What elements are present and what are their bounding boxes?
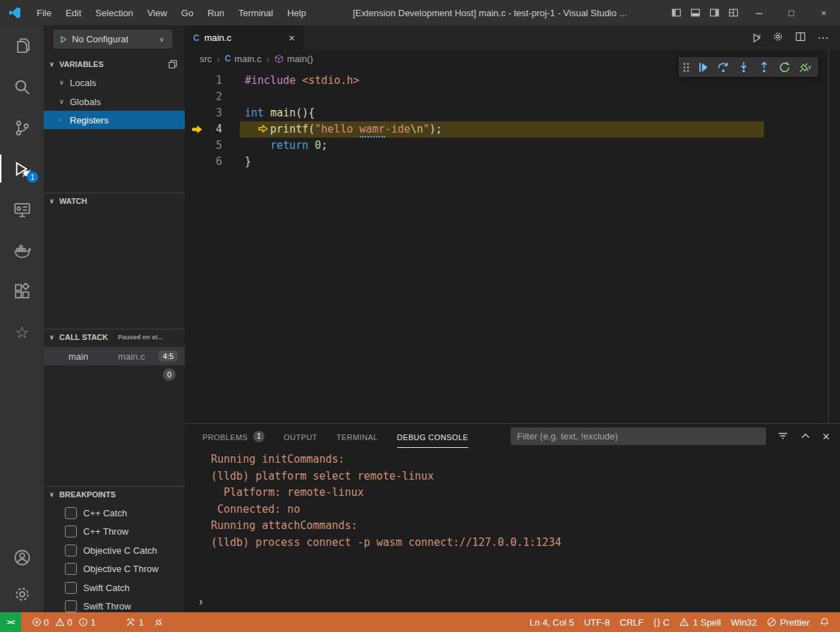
files-icon [13, 37, 31, 55]
toggle-panel-icon[interactable] [686, 0, 705, 25]
variables-scope-locals[interactable]: ∨ Locals [44, 73, 185, 92]
checkbox-unchecked[interactable] [65, 545, 77, 557]
more-actions-button[interactable]: ⋯ [817, 31, 829, 44]
breakpoint-row[interactable]: C++ Throw [44, 522, 185, 540]
toggle-secondary-sidebar-icon[interactable] [705, 0, 724, 25]
breakpoint-row[interactable]: Objective C Throw [44, 559, 185, 578]
toolchain-status[interactable]: 1 [121, 612, 149, 632]
restart-button[interactable] [775, 59, 794, 75]
activity-extensions[interactable] [0, 271, 44, 312]
breakpoint-row[interactable]: Swift Catch [44, 578, 185, 597]
code-area[interactable]: 1 #include <stdio.h> 2 3 int main(){ 4 p… [185, 67, 840, 423]
console-input-prompt[interactable]: › [199, 595, 203, 609]
editor-settings-button[interactable] [772, 31, 784, 45]
toggle-sidebar-icon[interactable] [666, 0, 686, 25]
debug-target-status[interactable] [149, 612, 169, 632]
menu-help[interactable]: Help [280, 0, 313, 25]
breadcrumb-symbol[interactable]: main() [274, 54, 313, 64]
activity-settings[interactable] [0, 576, 44, 612]
menu-edit[interactable]: Edit [59, 0, 88, 25]
variables-section-title: VARIABLES [59, 60, 104, 68]
checkbox-unchecked[interactable] [65, 563, 77, 575]
customize-layout-icon[interactable] [724, 0, 743, 25]
activity-star[interactable]: ☆ [0, 312, 44, 353]
disconnect-button[interactable]: ∨ [796, 59, 815, 75]
maximize-button[interactable]: □ [775, 0, 808, 25]
breadcrumb-folder[interactable]: src [200, 54, 212, 64]
debug-config-label: No Configurat [72, 34, 155, 44]
run-or-debug-button[interactable]: ∨ [751, 32, 761, 44]
checkbox-unchecked[interactable] [65, 507, 77, 519]
activity-run-debug[interactable]: 1 [0, 148, 44, 189]
tab-close-icon[interactable]: × [288, 32, 295, 44]
debug-config-dropdown[interactable]: No Configurat ∨ [54, 30, 172, 49]
platform-status[interactable]: Win32 [726, 617, 762, 628]
close-panel-icon[interactable]: × [822, 430, 830, 443]
stack-frame-row[interactable]: main main.c 4:5 [44, 347, 185, 365]
menu-go[interactable]: Go [174, 0, 200, 25]
eol-indicator[interactable]: CRLF [615, 617, 649, 628]
activity-remote-explorer[interactable] [0, 189, 44, 230]
tab-output[interactable]: OUTPUT [284, 424, 317, 449]
activity-source-control[interactable] [0, 107, 44, 148]
filter-lines-icon[interactable] [777, 430, 789, 443]
tab-debug-console[interactable]: DEBUG CONSOLE [397, 424, 468, 449]
activity-search[interactable] [0, 66, 44, 107]
language-mode[interactable]: { } C [649, 617, 675, 628]
maximize-panel-icon[interactable] [800, 430, 811, 443]
tab-problems[interactable]: PROBLEMS 1 [202, 424, 264, 449]
console-filter-input[interactable] [511, 427, 766, 445]
minimize-button[interactable]: ─ [743, 0, 775, 25]
call-stack-section-header[interactable]: ∨ CALL STACK Paused on st... [44, 329, 185, 345]
editor-scrollbar[interactable] [828, 50, 829, 423]
breakpoint-row[interactable]: C++ Catch [44, 504, 185, 522]
formatter-status[interactable]: Prettier [762, 617, 815, 628]
debug-console-output[interactable]: Running initCommands: (lldb) platform se… [185, 451, 840, 595]
checkbox-unchecked[interactable] [65, 525, 77, 537]
tab-terminal[interactable]: TERMINAL [336, 424, 378, 449]
error-count: 0 [44, 617, 49, 628]
variables-scope-registers[interactable]: › Registers [44, 111, 185, 129]
step-out-button[interactable] [755, 59, 774, 75]
continue-button[interactable] [693, 59, 712, 75]
gutter[interactable]: 1 [185, 73, 245, 89]
gutter[interactable]: 2 [185, 89, 245, 105]
watch-section-header[interactable]: ∨ WATCH [44, 193, 185, 209]
breakpoint-label: C++ Throw [83, 526, 128, 537]
menu-terminal[interactable]: Terminal [231, 0, 280, 25]
cursor-position[interactable]: Ln 4, Col 5 [525, 617, 579, 628]
breakpoint-label: Swift Throw [83, 601, 131, 612]
inline-breakpoint-icon[interactable] [258, 124, 268, 133]
variables-section-header[interactable]: ∨ VARIABLES [44, 56, 185, 72]
step-over-button[interactable] [714, 59, 733, 75]
checkbox-unchecked[interactable] [65, 600, 77, 612]
close-button[interactable]: × [808, 0, 840, 25]
breadcrumb-file[interactable]: C main.c [225, 54, 262, 64]
menu-view[interactable]: View [140, 0, 174, 25]
remote-indicator[interactable]: >< [0, 612, 21, 632]
debug-badge: 1 [27, 171, 38, 183]
spell-checker-status[interactable]: 1 Spell [674, 617, 726, 628]
activity-docker[interactable] [0, 230, 44, 271]
activity-explorer[interactable] [0, 25, 44, 66]
gutter[interactable]: 6 [185, 154, 245, 170]
activity-account[interactable] [0, 539, 44, 576]
menu-run[interactable]: Run [200, 0, 231, 25]
encoding-indicator[interactable]: UTF-8 [579, 617, 615, 628]
menu-file[interactable]: File [30, 0, 59, 25]
notifications-button[interactable] [815, 617, 834, 627]
gutter[interactable]: 4 [185, 121, 245, 138]
breakpoints-section-header[interactable]: ∨ BREAKPOINTS [44, 486, 185, 502]
gutter[interactable]: 5 [185, 138, 245, 154]
step-into-button[interactable] [734, 59, 753, 75]
variables-scope-globals[interactable]: ∨ Globals [44, 92, 185, 111]
collapse-all-icon[interactable] [168, 59, 178, 71]
checkbox-unchecked[interactable] [65, 582, 77, 594]
tab-main-c[interactable]: C main.c × [185, 25, 303, 50]
gutter[interactable]: 3 [185, 105, 245, 121]
menu-selection[interactable]: Selection [88, 0, 140, 25]
drag-grip-icon[interactable] [683, 63, 689, 72]
split-editor-button[interactable] [795, 31, 806, 45]
problems-status[interactable]: 0 0 1 [27, 612, 105, 632]
breakpoint-row[interactable]: Objective C Catch [44, 541, 185, 559]
